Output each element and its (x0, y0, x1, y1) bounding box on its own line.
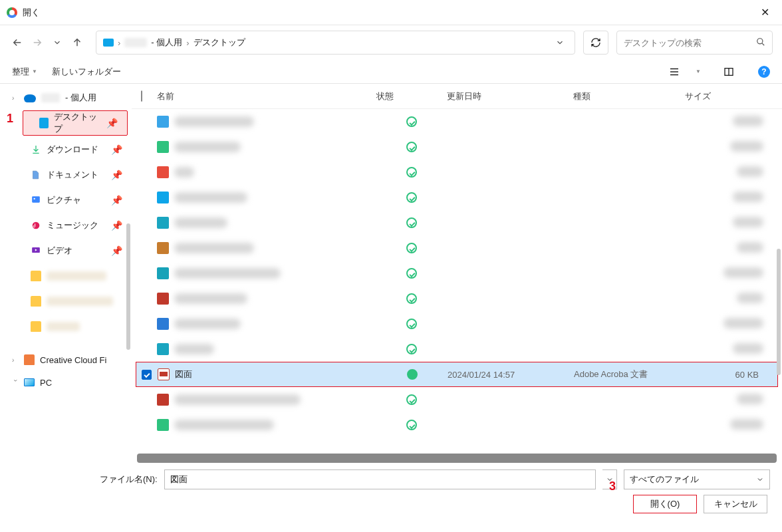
column-type[interactable]: 種類 (573, 90, 685, 102)
view-options-button[interactable] (668, 65, 681, 78)
breadcrumb-desktop[interactable]: デスクトップ (194, 37, 245, 49)
select-all-checkbox[interactable] (141, 90, 142, 102)
filetype-dropdown[interactable]: すべてのファイル (624, 469, 770, 489)
sidebar-item-downloads[interactable]: ダウンロード 📌 (15, 137, 132, 162)
file-row[interactable] (132, 109, 782, 134)
synced-icon (406, 167, 417, 178)
synced-filled-icon (407, 369, 418, 380)
sidebar-item-redacted[interactable] (15, 289, 132, 314)
sidebar-item-redacted[interactable] (15, 314, 132, 339)
folder-icon (31, 271, 41, 281)
open-button[interactable]: 開く(O) (633, 495, 697, 513)
monitor-icon (103, 39, 114, 47)
pin-icon[interactable]: 📌 (111, 170, 122, 180)
file-icon (157, 116, 169, 128)
synced-icon (406, 268, 417, 279)
address-bar[interactable]: › - 個人用 › デスクトップ (96, 31, 575, 55)
file-scrollbar-horizontal[interactable] (137, 454, 777, 463)
file-icon (157, 343, 169, 355)
column-state[interactable]: 状態 (376, 90, 447, 102)
filename-input[interactable] (164, 469, 596, 489)
row-checkbox[interactable] (142, 370, 152, 380)
sidebar-creative-cloud[interactable]: › Creative Cloud Fi (0, 348, 132, 371)
document-icon (31, 170, 41, 180)
filetype-label: すべてのファイル (630, 473, 699, 485)
column-date[interactable]: 更新日時 (447, 90, 573, 102)
file-row-selected[interactable]: 2 図面 2024/01/24 14:57 Adobe Acroba 文書 60… (136, 362, 778, 387)
sidebar-item-pictures[interactable]: ピクチャ 📌 (15, 188, 132, 213)
forward-button[interactable] (29, 35, 45, 51)
pin-icon[interactable]: 📌 (111, 220, 122, 231)
pin-icon[interactable]: 📌 (106, 118, 118, 128)
view-dropdown[interactable]: ▼ (696, 68, 701, 74)
sidebar-onedrive[interactable]: › - 個人用 (0, 86, 132, 109)
file-row[interactable] (132, 336, 782, 362)
search-input[interactable] (624, 38, 756, 48)
redacted-text (41, 93, 60, 102)
pin-icon[interactable]: 📌 (111, 195, 122, 205)
file-row[interactable] (132, 311, 782, 336)
file-row[interactable] (132, 160, 782, 185)
desktop-icon (39, 118, 49, 128)
synced-icon (406, 420, 417, 430)
file-row[interactable] (132, 235, 782, 261)
svg-point-7 (34, 198, 35, 200)
sidebar-pc[interactable]: › PC (0, 371, 132, 394)
file-pane: 名前 状態 更新日時 種類 サイズ 2 (132, 84, 782, 463)
back-button[interactable] (9, 35, 25, 51)
file-row[interactable] (132, 412, 782, 438)
refresh-button[interactable] (583, 31, 608, 55)
synced-icon (406, 243, 417, 253)
synced-icon (406, 192, 417, 203)
cancel-button[interactable]: キャンセル (704, 495, 767, 513)
file-icon (157, 242, 169, 254)
file-row[interactable] (132, 210, 782, 235)
search-icon[interactable] (756, 37, 765, 49)
svg-rect-6 (32, 196, 40, 202)
file-scrollbar-vertical[interactable] (777, 249, 781, 375)
history-dropdown[interactable] (49, 35, 65, 51)
organize-menu[interactable]: 整理▼ (12, 66, 37, 78)
file-row[interactable] (132, 261, 782, 286)
chevron-right-icon[interactable]: › (12, 94, 19, 102)
column-size[interactable]: サイズ (685, 90, 782, 102)
svg-point-0 (757, 38, 763, 43)
filename-label: ファイル名(N): (100, 473, 158, 485)
sidebar-item-documents[interactable]: ドキュメント 📌 (15, 162, 132, 188)
file-row[interactable] (132, 387, 782, 412)
sidebar-item-desktop[interactable]: デスクトップ 📌 (23, 110, 128, 136)
sidebar-item-redacted[interactable] (15, 263, 132, 289)
help-button[interactable]: ? (758, 66, 770, 78)
close-button[interactable]: ✕ (751, 3, 778, 23)
file-icon (157, 419, 169, 431)
file-icon (157, 166, 169, 178)
chevron-down-icon[interactable]: › (12, 379, 19, 386)
sidebar-item-videos[interactable]: ビデオ 📌 (15, 238, 132, 263)
file-row[interactable] (132, 185, 782, 210)
redacted-text (47, 297, 113, 306)
synced-icon (406, 116, 417, 127)
up-button[interactable] (69, 35, 85, 51)
file-row[interactable] (132, 286, 782, 311)
column-name[interactable]: 名前 (157, 90, 376, 102)
picture-icon (31, 195, 41, 205)
file-date: 2024/01/24 14:57 (448, 370, 574, 380)
synced-icon (406, 394, 417, 405)
pin-icon[interactable]: 📌 (111, 144, 122, 155)
synced-icon (406, 142, 417, 152)
breadcrumb-personal: - 個人用 (151, 37, 182, 49)
breadcrumb-dropdown[interactable] (552, 35, 568, 51)
file-name: 図面 (175, 368, 192, 380)
chrome-icon (7, 7, 17, 18)
preview-pane-button[interactable] (722, 65, 735, 78)
redacted-segment (124, 38, 147, 47)
chevron-right-icon[interactable]: › (12, 356, 19, 364)
file-row[interactable] (132, 134, 782, 160)
pin-icon[interactable]: 📌 (111, 245, 122, 256)
toolbar: 整理▼ 新しいフォルダー ▼ ? (0, 60, 782, 84)
sidebar-item-music[interactable]: ミュージック 📌 (15, 213, 132, 238)
sidebar-scrollbar[interactable] (126, 223, 130, 350)
file-icon (157, 267, 169, 279)
new-folder-button[interactable]: 新しいフォルダー (52, 66, 121, 78)
search-box[interactable] (616, 31, 773, 55)
